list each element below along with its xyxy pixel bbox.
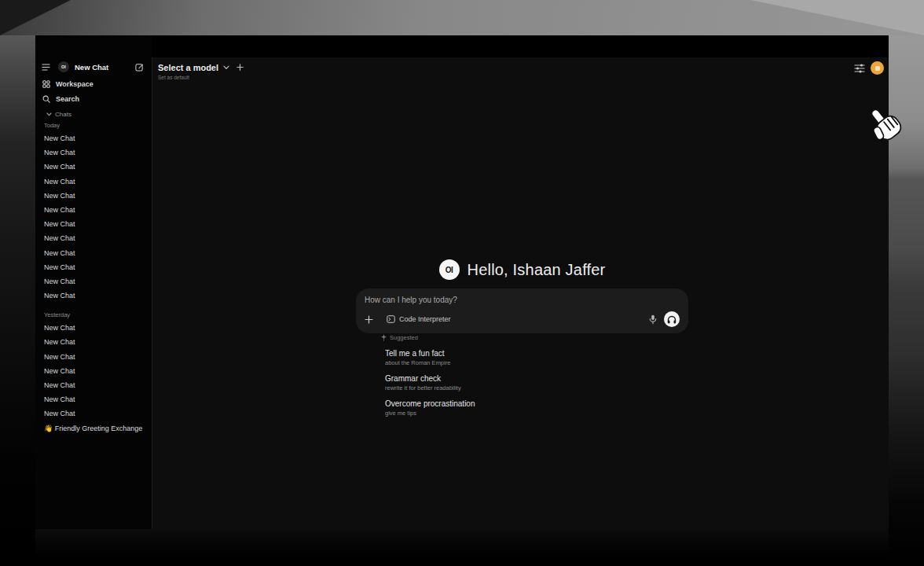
chat-list-item[interactable]: New Chat bbox=[35, 289, 152, 303]
main-panel: Select a model Set as default OI Hello, … bbox=[152, 57, 889, 529]
sidebar-title: New Chat bbox=[75, 63, 135, 72]
message-input[interactable]: How can I help you today? bbox=[365, 296, 680, 304]
workspace-label: Workspace bbox=[56, 80, 94, 88]
microphone-icon[interactable] bbox=[649, 314, 657, 325]
code-interpreter-label: Code Interpreter bbox=[399, 315, 451, 323]
chat-group-yesterday: Yesterday New ChatNew ChatNew ChatNew Ch… bbox=[35, 309, 152, 421]
chat-list-item[interactable]: New Chat bbox=[35, 217, 152, 231]
wallpaper-right bbox=[889, 35, 924, 566]
wallpaper-left bbox=[0, 35, 35, 566]
greeting-text: Hello, Ishaan Jaffer bbox=[468, 261, 606, 279]
chat-list-item[interactable]: New Chat bbox=[35, 260, 152, 274]
new-chat-icon[interactable] bbox=[135, 63, 144, 72]
chevron-down-icon bbox=[46, 112, 52, 116]
suggested-prompt-title: Tell me a fun fact bbox=[385, 348, 617, 358]
user-avatar[interactable] bbox=[871, 61, 884, 75]
add-model-icon[interactable] bbox=[236, 64, 244, 71]
desktop: { "app": { "avatar_color": "#eda63a", "w… bbox=[0, 0, 924, 566]
chat-list-item[interactable]: New Chat bbox=[35, 335, 152, 349]
sidebar-item-search[interactable]: Search bbox=[35, 91, 152, 106]
chat-list-item[interactable]: New Chat bbox=[35, 406, 152, 421]
set-as-default-link[interactable]: Set as default bbox=[158, 75, 189, 80]
chat-list-item[interactable]: New Chat bbox=[35, 321, 152, 335]
suggested-label: Suggested bbox=[390, 334, 418, 341]
sparkle-icon bbox=[381, 334, 387, 341]
code-interpreter-icon bbox=[387, 315, 395, 323]
suggested-prompt-subtitle: give me tips bbox=[385, 409, 617, 417]
code-interpreter-toggle[interactable]: Code Interpreter bbox=[387, 315, 451, 323]
suggested-prompt[interactable]: Grammar check rewrite it for better read… bbox=[381, 373, 617, 392]
chat-list-item[interactable]: New Chat bbox=[35, 350, 152, 364]
attach-plus-icon[interactable] bbox=[365, 315, 373, 324]
greeting-block: OI Hello, Ishaan Jaffer bbox=[356, 258, 688, 281]
sidebar-item-workspace[interactable]: Workspace bbox=[35, 76, 152, 91]
chats-section-toggle[interactable]: Chats bbox=[35, 108, 152, 119]
suggested-header: Suggested bbox=[381, 333, 617, 342]
voice-call-button[interactable] bbox=[664, 311, 680, 327]
app-logo-icon: OI bbox=[439, 259, 460, 280]
chat-list-item[interactable]: New Chat bbox=[35, 131, 152, 145]
chats-section-label: Chats bbox=[55, 111, 72, 118]
chat-group-label: Today bbox=[35, 119, 152, 131]
message-composer[interactable]: How can I help you today? Code Interpret… bbox=[356, 289, 688, 333]
suggested-section: Suggested Tell me a fun fact about the R… bbox=[381, 333, 617, 417]
chat-list-item[interactable]: New Chat bbox=[35, 145, 152, 160]
suggested-prompt-subtitle: about the Roman Empire bbox=[385, 358, 617, 367]
grid-icon bbox=[42, 80, 50, 88]
suggested-prompt[interactable]: Overcome procrastination give me tips bbox=[381, 399, 617, 417]
chat-list-item[interactable]: New Chat bbox=[35, 175, 152, 189]
search-label: Search bbox=[56, 95, 79, 103]
model-selector-label: Select a model bbox=[158, 63, 218, 72]
sidebar: OI New Chat Workspace Search bbox=[35, 35, 152, 529]
chat-list-item[interactable]: New Chat bbox=[35, 246, 152, 260]
chat-list-item[interactable]: New Chat bbox=[35, 231, 152, 245]
controls-sliders-icon[interactable] bbox=[854, 64, 865, 73]
app-logo-icon: OI bbox=[58, 61, 69, 72]
chevron-down-icon bbox=[223, 65, 229, 70]
chat-list-item-named[interactable]: 👋 Friendly Greeting Exchange bbox=[35, 421, 152, 436]
sidebar-toggle-icon[interactable] bbox=[42, 64, 50, 71]
chat-group-label: Yesterday bbox=[35, 309, 152, 321]
chat-list-item[interactable]: New Chat bbox=[35, 189, 152, 203]
header-actions bbox=[854, 61, 884, 75]
chat-list-yesterday: New ChatNew ChatNew ChatNew ChatNew Chat… bbox=[35, 321, 152, 421]
chat-list-item[interactable]: New Chat bbox=[35, 378, 152, 392]
chat-list-item[interactable]: New Chat bbox=[35, 364, 152, 378]
suggested-prompt[interactable]: Tell me a fun fact about the Roman Empir… bbox=[381, 348, 617, 367]
chat-list-item[interactable]: New Chat bbox=[35, 203, 152, 217]
suggested-prompt-subtitle: rewrite it for better readability bbox=[385, 384, 617, 392]
chat-list-item[interactable]: New Chat bbox=[35, 392, 152, 406]
app-window: OI New Chat Workspace Search bbox=[35, 35, 889, 529]
chat-group-today: Today New ChatNew ChatNew ChatNew ChatNe… bbox=[35, 119, 152, 303]
composer-toolbar: Code Interpreter bbox=[365, 311, 680, 327]
chat-list-item[interactable]: New Chat bbox=[35, 160, 152, 174]
sidebar-header: OI New Chat bbox=[35, 57, 152, 76]
model-selector[interactable]: Select a model bbox=[158, 61, 244, 74]
suggested-prompt-title: Grammar check bbox=[385, 373, 617, 384]
suggested-prompt-title: Overcome procrastination bbox=[385, 399, 617, 409]
chat-list-today: New ChatNew ChatNew ChatNew ChatNew Chat… bbox=[35, 131, 152, 303]
chat-list-item[interactable]: New Chat bbox=[35, 274, 152, 289]
headphones-icon bbox=[667, 315, 676, 324]
suggested-list: Tell me a fun fact about the Roman Empir… bbox=[381, 348, 617, 417]
search-icon bbox=[42, 95, 50, 103]
wallpaper-bottom bbox=[35, 529, 889, 566]
